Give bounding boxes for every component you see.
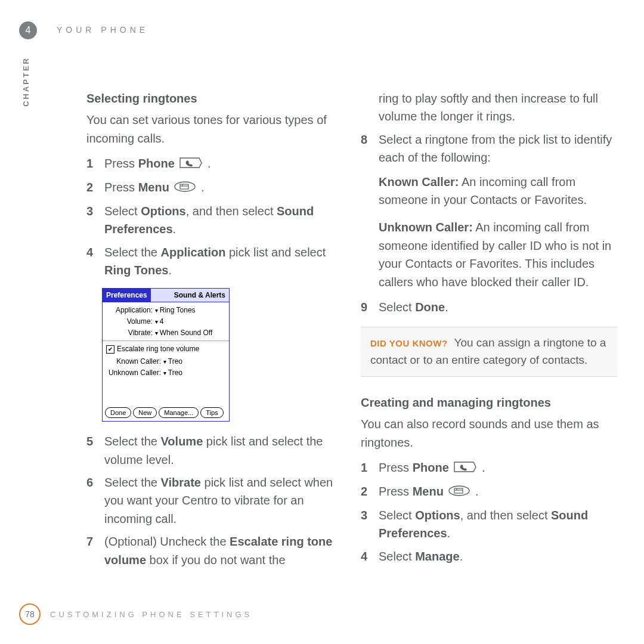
text: .	[168, 264, 172, 277]
vibrate-picklist-label: Vibrate:	[106, 327, 155, 338]
step-number: 6	[86, 473, 96, 528]
text: box if you do not want the	[146, 553, 286, 566]
menu-key-icon	[448, 484, 470, 501]
text: Select	[379, 550, 415, 563]
done-button[interactable]: Done	[105, 407, 131, 418]
text: Select	[104, 205, 141, 218]
left-column: Selecting ringtones You can set various …	[86, 89, 343, 574]
steps-list-a: 1 Press Phone . 2 Press Menu . 3 Select …	[86, 154, 343, 279]
term: Volume	[161, 435, 203, 448]
step-body: Select the Volume pick list and select t…	[104, 432, 343, 469]
step-number: 2	[86, 178, 96, 197]
did-you-know-box: DID YOU KNOW? You can assign a ringtone …	[361, 327, 617, 377]
step-body: Select Manage.	[379, 547, 617, 565]
step-number: 5	[86, 432, 96, 469]
tip-label: DID YOU KNOW?	[370, 338, 448, 348]
known-caller-value[interactable]: Treo	[163, 356, 182, 367]
step-body: Press Phone .	[104, 154, 343, 174]
step-body: Select the Vibrate pick list and select …	[104, 473, 343, 528]
step-number: 8	[361, 131, 370, 291]
term: Manage	[415, 550, 459, 563]
term: Menu	[138, 181, 169, 194]
unknown-caller-value[interactable]: Treo	[163, 367, 182, 378]
text: Select	[379, 509, 415, 522]
step-body: Select Options, and then select Sound Pr…	[379, 506, 617, 543]
app-picklist-label: Application:	[106, 305, 155, 315]
step7-continuation: ring to play softly and then increase to…	[379, 89, 617, 126]
vibrate-picklist-value[interactable]: When Sound Off	[155, 327, 212, 338]
preferences-screenshot: Preferences Sound & Alerts Application:R…	[102, 288, 230, 422]
escalate-checkbox[interactable]: ✔ Escalate ring tone volume	[106, 343, 225, 354]
new-button[interactable]: New	[133, 407, 157, 418]
term: Done	[415, 301, 445, 314]
phone-key-icon	[179, 156, 203, 174]
text: Press	[379, 485, 413, 498]
page-number: 78	[19, 603, 41, 625]
checkbox-label: Escalate ring tone volume	[117, 343, 199, 354]
text: .	[204, 157, 210, 170]
right-column: ring to play softly and then increase to…	[361, 89, 617, 574]
term: Phone	[138, 157, 175, 170]
term: Vibrate	[161, 476, 201, 489]
step-number: 1	[361, 459, 370, 478]
step-body: Press Menu .	[104, 178, 343, 197]
term: Phone	[413, 461, 449, 474]
screenshot-title-tab: Preferences	[103, 289, 151, 302]
menu-key-icon	[174, 179, 196, 197]
text: (Optional) Uncheck the	[104, 535, 230, 548]
steps-list-a-right: 8 Select a ringtone from the pick list t…	[361, 131, 617, 317]
step-number: 1	[86, 154, 96, 174]
term: Application	[161, 246, 226, 259]
step-body: Select Done.	[379, 298, 617, 316]
text: .	[445, 301, 448, 314]
step-number: 4	[361, 547, 370, 565]
text: Select a ringtone from the pick list to …	[379, 133, 612, 164]
chapter-label: CHAPTER	[21, 57, 30, 107]
text: .	[197, 181, 204, 194]
page-footer: 78 CUSTOMIZING PHONE SETTINGS	[19, 603, 252, 625]
footer-title: CUSTOMIZING PHONE SETTINGS	[50, 610, 252, 619]
volume-picklist-value[interactable]: 4	[155, 316, 163, 327]
text: .	[447, 527, 451, 540]
steps-list-a-cont: 5 Select the Volume pick list and select…	[86, 432, 343, 569]
step-body: Press Phone .	[379, 459, 617, 478]
term: Ring Tones	[104, 264, 168, 277]
unknown-caller-title: Unknown Caller:	[379, 221, 473, 234]
steps-list-b: 1 Press Phone . 2 Press Menu . 3 Select …	[361, 459, 617, 565]
text: Select the	[104, 246, 161, 259]
text: Select the	[104, 476, 161, 489]
chapter-number-badge: 4	[19, 21, 37, 39]
text: Select the	[104, 435, 161, 448]
text: Select	[379, 301, 415, 314]
step-body: (Optional) Uncheck the Escalate ring ton…	[104, 532, 343, 569]
text: Press	[379, 461, 413, 474]
section-lead: You can also record sounds and use them …	[361, 415, 617, 451]
text: , and then select	[186, 205, 277, 218]
text: , and then select	[460, 509, 551, 522]
text: .	[472, 485, 478, 498]
running-head: YOUR PHONE	[57, 25, 148, 35]
step-body: Select Options, and then select Sound Pr…	[104, 202, 343, 239]
unknown-caller-label: Unknown Caller:	[106, 367, 163, 378]
step-body: Select a ringtone from the pick list to …	[379, 131, 617, 291]
section-title-selecting: Selecting ringtones	[86, 89, 343, 107]
section-title-creating: Creating and managing ringtones	[361, 394, 617, 411]
known-caller-title: Known Caller:	[379, 175, 459, 188]
checkbox-icon: ✔	[106, 345, 114, 354]
step-number: 9	[361, 298, 370, 316]
manage-button[interactable]: Manage...	[159, 407, 199, 418]
text: pick list and select	[225, 246, 326, 259]
text: Press	[104, 157, 138, 170]
known-caller-label: Known Caller:	[106, 356, 163, 367]
text: Press	[104, 181, 138, 194]
step-number: 4	[86, 243, 96, 280]
step-number: 2	[361, 482, 370, 501]
app-picklist-value[interactable]: Ring Tones	[155, 305, 196, 315]
tips-button[interactable]: Tips	[200, 407, 223, 418]
step-number: 7	[86, 532, 96, 569]
text: .	[173, 222, 177, 236]
step-number: 3	[86, 202, 96, 239]
text: .	[478, 461, 485, 474]
screenshot-title-right: Sound & Alerts	[151, 289, 229, 302]
step-body: Select the Application pick list and sel…	[104, 243, 343, 280]
